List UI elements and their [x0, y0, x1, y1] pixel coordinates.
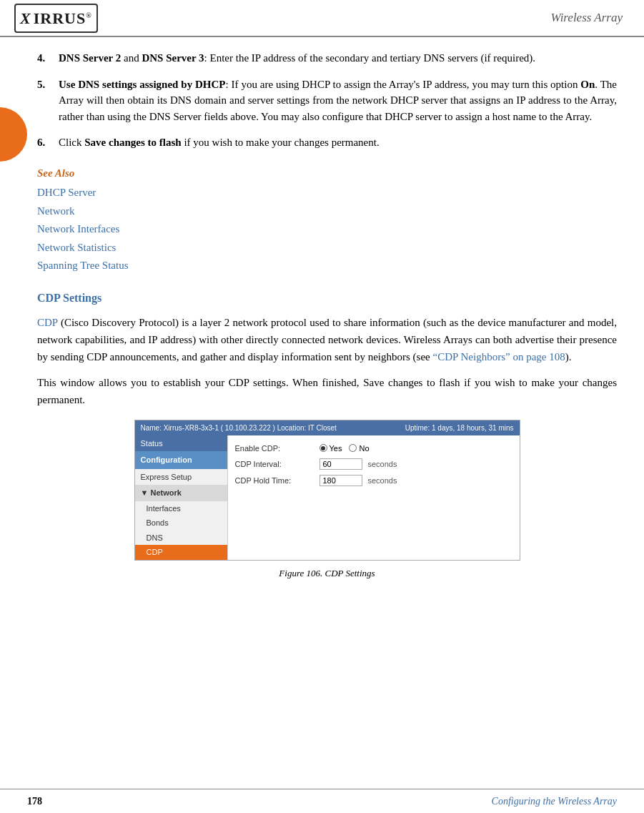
ui-sidebar-status: Status	[135, 435, 227, 452]
see-also-link-network-statistics[interactable]: Network Statistics	[37, 239, 617, 257]
logo-x-letter: X	[20, 6, 31, 30]
list-item-4: 4. DNS Server 2 and DNS Server 3: Enter …	[37, 50, 617, 66]
ui-status-name: Name: Xirrus-XR8-3x3-1 ( 10.100.23.222 )…	[141, 423, 337, 433]
see-also-section: See Also DHCP Server Network Network Int…	[37, 165, 617, 275]
ui-radio-group-enable-cdp: Yes No	[319, 443, 370, 455]
logo-area: X IRRUS®	[14, 4, 98, 33]
ui-main-form: Enable CDP: Yes No	[228, 435, 520, 560]
item-number-5: 5.	[37, 77, 50, 93]
footer-title: Configuring the Wireless Array	[492, 794, 617, 809]
list-item-6: 6. Click Save changes to flash if you wi…	[37, 134, 617, 151]
ui-radio-dot-yes	[319, 444, 327, 452]
logo-box: X IRRUS®	[14, 4, 98, 33]
item-text-5: Use DNS settings assigned by DHCP: If yo…	[59, 77, 617, 125]
ui-screenshot: Name: Xirrus-XR8-3x3-1 ( 10.100.23.222 )…	[134, 420, 520, 561]
ui-unit-cdp-hold: seconds	[368, 475, 397, 487]
ui-radio-no[interactable]: No	[349, 443, 369, 455]
ui-label-cdp-hold: CDP Hold Time:	[235, 475, 314, 487]
ui-sidebar-express-setup: Express Setup	[135, 469, 227, 486]
ui-radio-yes-label: Yes	[330, 443, 342, 455]
ui-body: Status Configuration Express Setup ▼ Net…	[135, 435, 520, 560]
see-also-link-spanning-tree[interactable]: Spanning Tree Status	[37, 257, 617, 275]
ui-form-row-cdp-hold: CDP Hold Time: seconds	[235, 475, 512, 487]
ui-sidebar: Status Configuration Express Setup ▼ Net…	[135, 435, 228, 560]
see-also-link-dhcp[interactable]: DHCP Server	[37, 184, 617, 202]
item-text-6: Click Save changes to flash if you wish …	[59, 134, 617, 151]
header-title: Wireless Array	[550, 9, 623, 27]
see-also-title: See Also	[37, 165, 617, 182]
ui-form-row-enable-cdp: Enable CDP: Yes No	[235, 443, 512, 455]
page-footer: 178 Configuring the Wireless Array	[0, 789, 644, 813]
ui-status-bar: Name: Xirrus-XR8-3x3-1 ( 10.100.23.222 )…	[135, 420, 520, 435]
item-number-6: 6.	[37, 134, 50, 151]
ui-sidebar-cdp: CDP	[135, 545, 227, 560]
ui-input-cdp-interval[interactable]	[319, 458, 362, 470]
figure-caption: Figure 106. CDP Settings	[279, 566, 375, 581]
ui-label-enable-cdp: Enable CDP:	[235, 443, 314, 455]
cdp-section: CDP Settings CDP (Cisco Discovery Protoc…	[37, 290, 617, 581]
page-header: X IRRUS® Wireless Array	[0, 0, 644, 37]
see-also-link-network[interactable]: Network	[37, 202, 617, 221]
ui-sidebar-interfaces: Interfaces	[135, 501, 227, 516]
ui-sidebar-dns: DNS	[135, 531, 227, 546]
save-changes-to-flash-term: Save changes to flash	[363, 377, 460, 388]
save-changes-term: Save changes to flash	[84, 137, 181, 148]
logo-irrus-text: IRRUS®	[34, 6, 92, 30]
ui-sidebar-network-group: ▼ Network	[135, 485, 227, 501]
footer-page-number: 178	[27, 794, 42, 809]
ui-radio-no-label: No	[359, 443, 369, 455]
item-number-4: 4.	[37, 50, 50, 66]
ui-unit-cdp-interval: seconds	[368, 458, 397, 470]
ui-sidebar-configuration: Configuration	[135, 451, 227, 469]
ui-radio-yes[interactable]: Yes	[319, 443, 342, 455]
cdp-abbrev-link[interactable]: CDP	[37, 317, 58, 328]
see-also-link-network-interfaces[interactable]: Network Interfaces	[37, 220, 617, 239]
ui-label-cdp-interval: CDP Interval:	[235, 458, 314, 470]
ui-sidebar-bonds: Bonds	[135, 516, 227, 531]
logo-registered: ®	[86, 11, 91, 19]
dns-server-2-term: DNS Server 2	[59, 52, 121, 64]
ui-status-uptime: Uptime: 1 days, 18 hours, 31 mins	[405, 423, 514, 433]
cdp-settings-title: CDP Settings	[37, 290, 617, 307]
page-content: 4. DNS Server 2 and DNS Server 3: Enter …	[0, 37, 644, 606]
cdp-body-paragraph-2: This window allows you to establish your…	[37, 374, 617, 408]
cdp-body-paragraph-1: CDP (Cisco Discovery Protocol) is a laye…	[37, 314, 617, 365]
list-item-5: 5. Use DNS settings assigned by DHCP: If…	[37, 77, 617, 125]
ui-input-cdp-hold[interactable]	[319, 475, 362, 486]
item-text-4: DNS Server 2 and DNS Server 3: Enter the…	[59, 50, 617, 66]
ui-radio-dot-no	[349, 444, 357, 452]
use-dns-term: Use DNS settings assigned by DHCP	[59, 79, 226, 90]
dns-server-3-term: DNS Server 3	[142, 52, 204, 64]
figure-container: Name: Xirrus-XR8-3x3-1 ( 10.100.23.222 )…	[37, 420, 617, 581]
cdp-neighbors-link[interactable]: “CDP Neighbors” on page 108	[433, 351, 565, 363]
ui-form-row-cdp-interval: CDP Interval: seconds	[235, 458, 512, 470]
on-term: On	[580, 79, 595, 90]
